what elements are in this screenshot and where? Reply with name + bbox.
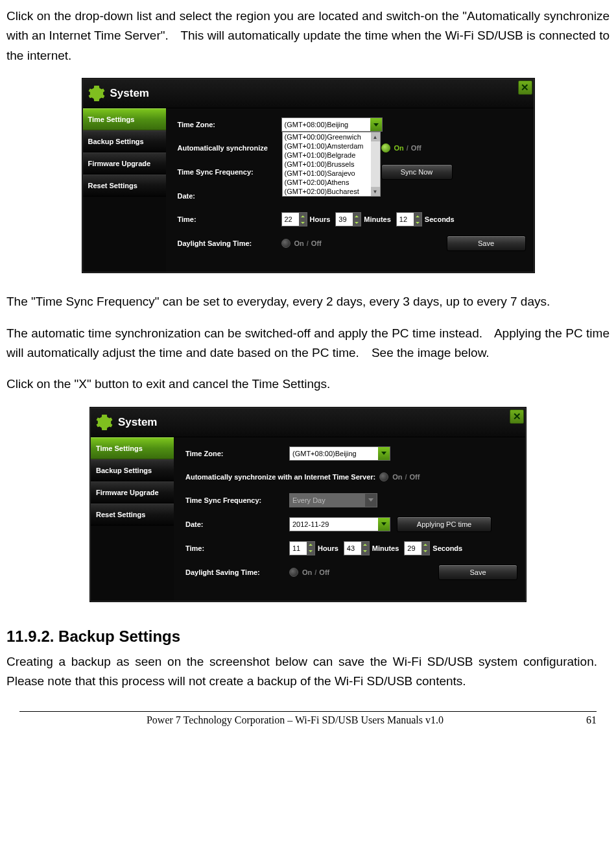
sync-now-button[interactable]: Sync Now (381, 164, 453, 180)
sidebar-item-reset-settings[interactable]: Reset Settings (91, 504, 174, 526)
toggle-on-label: On (392, 473, 402, 481)
sidebar-item-time-settings[interactable]: Time Settings (91, 437, 174, 459)
scroll-down-icon[interactable]: ▼ (371, 187, 380, 196)
seconds-label: Seconds (425, 215, 455, 223)
label-dst: Daylight Saving Time: (185, 568, 289, 576)
toggle-radio-icon[interactable] (379, 472, 388, 481)
seconds-spinner[interactable]: 12 (396, 212, 422, 226)
sidebar-item-firmware-upgrade[interactable]: Firmware Upgrade (83, 152, 166, 175)
page-footer: Power 7 Technology Corporation – Wi-Fi S… (19, 711, 597, 726)
label-date: Date: (178, 192, 281, 200)
minutes-label: Minutes (372, 544, 399, 552)
spinner-arrows-icon[interactable] (361, 542, 369, 555)
hours-value: 22 (285, 215, 292, 223)
dropdown-arrow-icon[interactable] (378, 518, 390, 531)
seconds-label: Seconds (432, 544, 462, 552)
dropdown-arrow-icon[interactable] (365, 494, 377, 507)
label-date: Date: (185, 520, 289, 528)
timezone-option[interactable]: (GMT+01:00)Belgrade (283, 151, 380, 160)
sidebar-item-reset-settings[interactable]: Reset Settings (83, 175, 166, 197)
minutes-spinner[interactable]: 39 (335, 212, 361, 226)
timezone-option[interactable]: (GMT+02:00)Bucharest (283, 187, 380, 196)
sidebar-item-backup-settings[interactable]: Backup Settings (91, 459, 174, 481)
sidebar: Time Settings Backup Settings Firmware U… (83, 108, 166, 272)
sidebar-item-backup-settings[interactable]: Backup Settings (83, 130, 166, 152)
paragraph-2: The "Time Sync Frequency" can be set to … (6, 292, 610, 311)
minutes-label: Minutes (364, 215, 391, 223)
toggle-radio-icon[interactable] (281, 239, 290, 248)
timezone-option[interactable]: (GMT+01:00)Amsterdam (283, 141, 380, 151)
toggle-radio-icon[interactable] (381, 143, 390, 152)
freq-dropdown[interactable]: Every Day (289, 493, 377, 507)
close-button[interactable]: ✕ (510, 409, 524, 424)
toggle-off-label: Off (411, 144, 421, 152)
content-area: Time Zone: (GMT+08:00)Beijing Automatica… (174, 437, 525, 601)
timezone-option[interactable]: (GMT+01:00)Sarajevo (283, 169, 380, 178)
sidebar: Time Settings Backup Settings Firmware U… (91, 437, 174, 601)
system-panel-2: System ✕ Time Settings Backup Settings F… (90, 407, 526, 602)
label-autosync: Automatically synchronize (178, 144, 281, 152)
panel-header: System ✕ (91, 408, 525, 437)
toggle-radio-icon[interactable] (289, 568, 298, 577)
autosync-toggle[interactable]: On/Off (379, 472, 420, 481)
hours-spinner[interactable]: 22 (281, 212, 307, 226)
save-button[interactable]: Save (447, 236, 526, 251)
date-dropdown[interactable]: 2012-11-29 (289, 517, 390, 531)
gear-icon (88, 85, 105, 102)
timezone-value: (GMT+08:00)Beijing (292, 450, 357, 457)
timezone-options-list: (GMT+00:00)Greenwich (GMT+01:00)Amsterda… (282, 132, 381, 197)
dropdown-arrow-icon[interactable] (370, 118, 382, 131)
label-time: Time: (178, 215, 281, 223)
toggle-off-label: Off (319, 568, 329, 576)
dst-toggle[interactable]: On/Off (281, 239, 322, 248)
paragraph-3: The automatic time synchronization can b… (6, 324, 610, 363)
system-panel-1: System ✕ Time Settings Backup Settings F… (82, 79, 534, 273)
spinner-arrows-icon[interactable] (299, 213, 307, 226)
paragraph-1: Click on the drop-down list and select t… (6, 6, 610, 66)
save-button[interactable]: Save (438, 565, 517, 580)
label-time: Time: (185, 544, 289, 552)
spinner-arrows-icon[interactable] (421, 542, 429, 555)
timezone-dropdown[interactable]: (GMT+08:00)Beijing (289, 446, 390, 461)
seconds-spinner[interactable]: 29 (404, 541, 430, 555)
minutes-value: 39 (338, 215, 346, 223)
freq-value: Every Day (292, 496, 326, 504)
paragraph-4: Click on the "X" button to exit and canc… (6, 374, 610, 394)
toggle-on-label: On (294, 239, 304, 247)
paragraph-5: Creating a backup as seen on the screens… (6, 652, 610, 692)
autosync-toggle[interactable]: On/Off (381, 143, 421, 152)
dst-toggle[interactable]: On/Off (289, 568, 329, 577)
hours-value: 11 (292, 544, 300, 552)
spinner-arrows-icon[interactable] (414, 213, 421, 226)
panel-header: System ✕ (83, 79, 534, 108)
scroll-up-icon[interactable]: ▲ (371, 132, 380, 141)
scroll-track[interactable] (371, 141, 380, 187)
timezone-dropdown[interactable]: (GMT+08:00)Beijing (GMT+00:00)Greenwich … (281, 117, 383, 132)
panel-title: System (110, 87, 149, 100)
spinner-arrows-icon[interactable] (353, 213, 361, 226)
sidebar-item-firmware-upgrade[interactable]: Firmware Upgrade (91, 481, 174, 504)
label-freq: Time Sync Frequency: (178, 168, 281, 176)
hours-label: Hours (310, 215, 331, 223)
timezone-option[interactable]: (GMT+00:00)Greenwich (283, 132, 380, 141)
label-timezone: Time Zone: (185, 450, 289, 457)
page-number: 61 (571, 714, 597, 726)
label-dst: Daylight Saving Time: (178, 239, 281, 247)
dropdown-arrow-icon[interactable] (378, 447, 390, 460)
sidebar-item-time-settings[interactable]: Time Settings (83, 108, 166, 130)
timezone-option[interactable]: (GMT+01:00)Brussels (283, 160, 380, 169)
scrollbar[interactable]: ▲ ▼ (371, 132, 380, 196)
close-button[interactable]: ✕ (518, 80, 532, 95)
hours-spinner[interactable]: 11 (289, 541, 315, 555)
hours-label: Hours (318, 544, 338, 552)
content-area: Time Zone: (GMT+08:00)Beijing (GMT+00:00… (166, 108, 534, 272)
timezone-option[interactable]: (GMT+02:00)Athens (283, 178, 380, 187)
spinner-arrows-icon[interactable] (307, 542, 314, 555)
toggle-on-label: On (394, 144, 404, 152)
minutes-spinner[interactable]: 43 (344, 541, 370, 555)
toggle-on-label: On (302, 568, 312, 576)
apply-pc-time-button[interactable]: Applying PC time (397, 517, 492, 532)
seconds-value: 29 (407, 544, 415, 552)
label-freq: Time Sync Frequency: (185, 496, 289, 504)
section-heading-backup: 11.9.2. Backup Settings (6, 627, 610, 646)
